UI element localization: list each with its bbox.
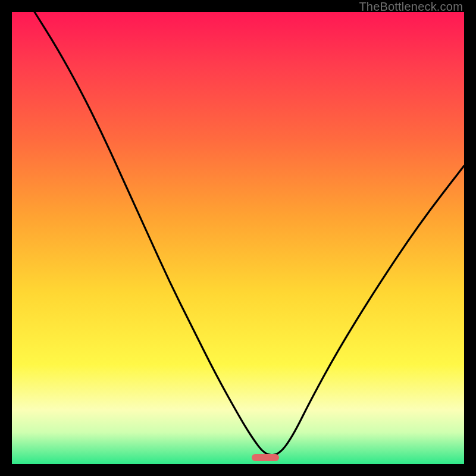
bottleneck-curve <box>12 12 464 464</box>
optimum-marker <box>252 454 279 461</box>
chart-frame: TheBottleneck.com <box>0 0 476 476</box>
curve-path <box>35 12 464 455</box>
plot-area <box>12 12 464 464</box>
